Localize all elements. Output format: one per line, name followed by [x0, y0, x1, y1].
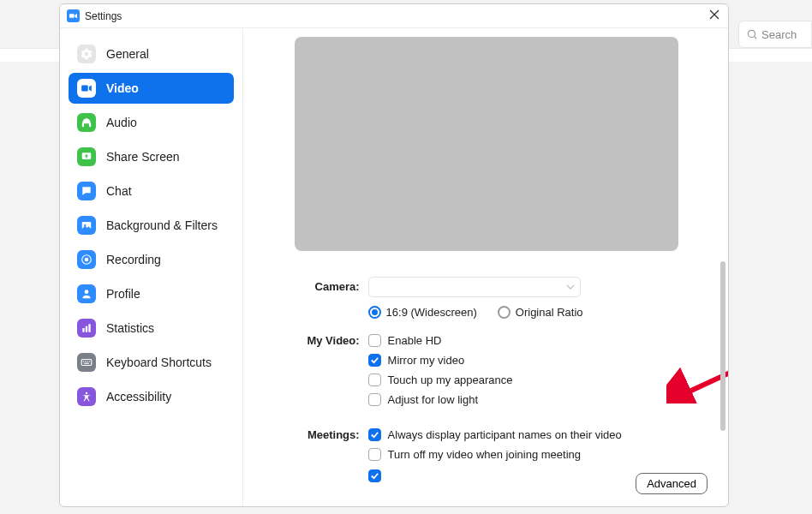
sidebar-item-audio[interactable]: Audio — [69, 107, 234, 138]
svg-rect-5 — [81, 86, 88, 92]
meetings-label: Meetings: — [295, 425, 368, 441]
settings-main: Camera: 16:9 (Widescreen) Original Ratio — [243, 28, 728, 506]
sidebar-item-label: Background & Filters — [106, 218, 218, 232]
record-icon — [77, 250, 96, 269]
ratio-widescreen-radio[interactable]: 16:9 (Widescreen) — [368, 306, 477, 319]
chevron-down-icon — [566, 283, 575, 291]
checkbox — [368, 354, 381, 367]
svg-rect-15 — [86, 326, 87, 332]
profile-icon — [77, 284, 96, 303]
settings-sidebar: GeneralVideoAudioShare ScreenChatBackgro… — [60, 28, 243, 506]
svg-point-12 — [85, 258, 89, 262]
sidebar-item-general[interactable]: General — [69, 39, 234, 69]
camera-label: Camera: — [295, 277, 368, 293]
chat-icon — [77, 182, 96, 200]
svg-rect-14 — [82, 328, 84, 332]
enable-hd-checkbox-label: Enable HD — [388, 334, 442, 347]
turn-off-video-on-join-checkbox[interactable]: Turn off my video when joining meeting — [368, 445, 673, 464]
svg-point-13 — [85, 290, 89, 294]
sidebar-item-label: Audio — [106, 116, 137, 129]
svg-rect-22 — [84, 363, 89, 364]
show-participant-names-checkbox[interactable]: Always display participant names on thei… — [368, 425, 673, 445]
touch-up-appearance-checkbox-label: Touch up my appearance — [388, 374, 513, 386]
sidebar-item-label: Chat — [106, 184, 132, 198]
svg-rect-6 — [82, 123, 84, 128]
close-icon — [709, 9, 719, 20]
advanced-button[interactable]: Advanced — [636, 473, 708, 494]
mirror-video-checkbox-label: Mirror my video — [388, 354, 465, 367]
scrollbar-thumb[interactable] — [720, 261, 725, 431]
share-icon — [77, 147, 96, 166]
video-preview — [295, 37, 678, 251]
sidebar-item-recording[interactable]: Recording — [69, 244, 234, 275]
mirror-video-checkbox[interactable]: Mirror my video — [368, 350, 673, 370]
accessibility-icon — [77, 387, 96, 406]
svg-rect-17 — [81, 360, 92, 366]
sidebar-item-statistics[interactable]: Statistics — [69, 313, 234, 344]
sidebar-item-label: Statistics — [106, 321, 154, 335]
ratio-widescreen-label: 16:9 (Widescreen) — [386, 306, 477, 319]
ratio-original-label: Original Ratio — [516, 306, 583, 319]
svg-rect-7 — [89, 123, 91, 128]
bgfilters-icon — [77, 216, 96, 235]
zoom-app-icon — [67, 9, 80, 22]
close-button[interactable] — [708, 8, 721, 24]
checkbox — [368, 428, 381, 441]
enable-hd-checkbox[interactable]: Enable HD — [368, 331, 673, 350]
sidebar-item-share-screen[interactable]: Share Screen — [69, 141, 234, 172]
checkbox — [368, 374, 381, 386]
sidebar-item-label: Video — [106, 81, 139, 95]
settings-window: Settings GeneralVideoAudioShare ScreenCh… — [59, 3, 729, 507]
sidebar-item-video[interactable]: Video — [69, 73, 234, 104]
sidebar-item-profile[interactable]: Profile — [69, 278, 234, 309]
sidebar-item-label: Accessibility — [106, 390, 171, 403]
stats-icon — [77, 319, 96, 338]
svg-rect-21 — [89, 361, 90, 362]
search-box[interactable]: Search — [738, 21, 812, 48]
sidebar-item-label: Share Screen — [106, 150, 180, 164]
checkbox — [368, 469, 381, 482]
sidebar-item-chat[interactable]: Chat — [69, 176, 234, 206]
video-icon — [77, 79, 96, 98]
sidebar-item-keyboard-shortcuts[interactable]: Keyboard Shortcuts — [69, 347, 234, 378]
svg-point-0 — [748, 30, 755, 37]
svg-rect-2 — [69, 14, 75, 18]
checkbox — [368, 334, 381, 347]
svg-rect-19 — [85, 361, 86, 362]
titlebar: Settings — [60, 4, 728, 28]
annotation-arrow — [666, 352, 728, 403]
sidebar-item-label: Profile — [106, 287, 140, 301]
svg-line-1 — [755, 37, 757, 39]
keyboard-icon — [77, 353, 96, 372]
svg-rect-18 — [83, 361, 84, 362]
sidebar-item-label: General — [106, 47, 149, 61]
camera-select[interactable] — [368, 277, 581, 297]
myvideo-label: My Video: — [295, 331, 368, 347]
show-participant-names-checkbox-label: Always display participant names on thei… — [388, 428, 622, 441]
svg-rect-16 — [88, 324, 90, 332]
checkbox — [368, 448, 381, 461]
search-icon — [746, 28, 758, 40]
checkbox — [368, 393, 381, 406]
svg-point-23 — [86, 392, 87, 394]
ratio-original-radio[interactable]: Original Ratio — [498, 306, 583, 319]
window-title: Settings — [85, 10, 122, 22]
svg-rect-20 — [87, 361, 88, 362]
adjust-low-light-checkbox-label: Adjust for low light — [388, 393, 479, 406]
meeting-option-cutoff[interactable] — [368, 466, 673, 486]
gear-icon — [77, 45, 96, 63]
search-placeholder: Search — [761, 28, 797, 41]
sidebar-item-accessibility[interactable]: Accessibility — [69, 381, 234, 412]
touch-up-appearance-checkbox[interactable]: Touch up my appearance — [368, 370, 673, 390]
sidebar-item-label: Keyboard Shortcuts — [106, 356, 212, 369]
adjust-low-light-checkbox[interactable]: Adjust for low light — [368, 390, 673, 409]
sidebar-item-background-filters[interactable]: Background & Filters — [69, 210, 234, 241]
headphones-icon — [77, 113, 96, 132]
sidebar-item-label: Recording — [106, 253, 161, 266]
turn-off-video-on-join-checkbox-label: Turn off my video when joining meeting — [388, 448, 581, 461]
